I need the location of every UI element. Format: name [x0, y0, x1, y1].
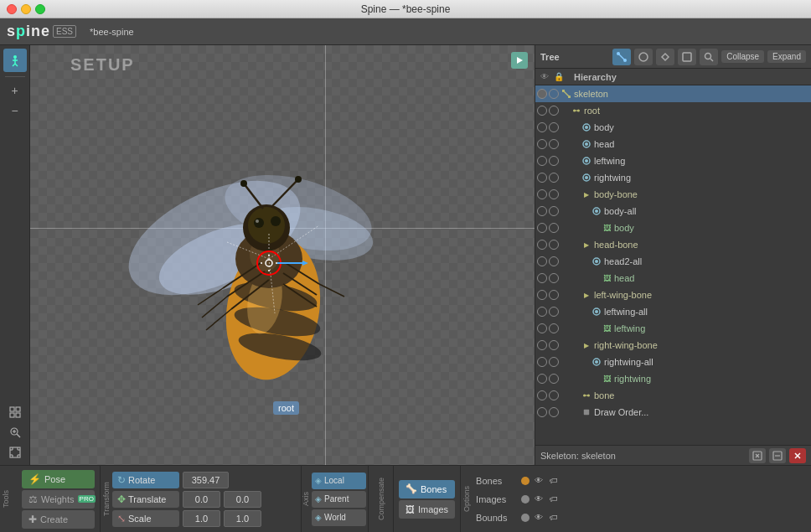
tree-row[interactable]: bone	[535, 387, 811, 404]
bones-dot[interactable]	[521, 477, 529, 485]
lock-dot[interactable]	[549, 89, 560, 99]
tree-row[interactable]: body	[535, 119, 811, 136]
vis-dot[interactable]	[537, 139, 549, 149]
play-button[interactable]	[511, 52, 528, 69]
ik-view-icon[interactable]	[634, 49, 653, 65]
maximize-button[interactable]	[35, 4, 45, 14]
vis-dot[interactable]	[537, 206, 549, 216]
lock-dot[interactable]	[549, 407, 560, 417]
lock-dot[interactable]	[549, 189, 560, 199]
lock-dot[interactable]	[549, 390, 560, 400]
collapse-button[interactable]: Collapse	[721, 50, 764, 63]
tree-row[interactable]: rightwing	[535, 169, 811, 186]
zoom-in-button[interactable]: +	[6, 81, 24, 100]
lock-dot[interactable]	[549, 206, 560, 216]
lock-dot[interactable]	[549, 256, 560, 266]
tree-row[interactable]: head	[535, 136, 811, 152]
scale-x-input[interactable]	[183, 510, 220, 527]
lock-dot[interactable]	[549, 122, 560, 132]
vis-dot[interactable]	[537, 223, 549, 233]
frame-button[interactable]	[6, 443, 24, 462]
bones-view-icon[interactable]	[612, 49, 631, 65]
zoom-out-button[interactable]: −	[6, 101, 24, 120]
parent-button[interactable]: ◈ Parent	[312, 491, 366, 508]
vis-dot[interactable]	[537, 106, 549, 116]
vis-dot[interactable]	[537, 256, 549, 266]
bounds-tag-icon[interactable]: 🏷	[548, 512, 560, 524]
lock-dot[interactable]	[549, 139, 560, 149]
tree-row[interactable]: Draw Order...	[535, 404, 811, 421]
translate-button[interactable]: ✥ Translate	[112, 491, 179, 508]
lock-dot[interactable]	[549, 340, 560, 350]
tree-row[interactable]: body-all	[535, 203, 811, 220]
tree-row[interactable]: 🖼 rightwing	[535, 370, 811, 387]
rotate-button[interactable]: ↻ Rotate	[112, 472, 179, 488]
bounds-eye-icon[interactable]: 👁	[533, 512, 545, 524]
lock-dot[interactable]	[549, 323, 560, 333]
vis-dot[interactable]	[537, 173, 549, 183]
fit-button[interactable]	[6, 403, 24, 421]
bounds-dot[interactable]	[521, 514, 529, 522]
vis-dot[interactable]	[537, 307, 549, 317]
vis-dot[interactable]	[537, 390, 549, 400]
images-tag-icon[interactable]: 🏷	[548, 493, 560, 505]
vis-dot[interactable]	[537, 122, 549, 132]
vis-dot[interactable]	[537, 407, 549, 417]
tree-row[interactable]: ▶ body-bone	[535, 186, 811, 203]
vis-dot[interactable]	[537, 340, 549, 350]
translate-y-input[interactable]	[224, 491, 261, 508]
lock-dot[interactable]	[549, 374, 560, 384]
tree-row[interactable]: root	[535, 102, 811, 119]
minimize-button[interactable]	[21, 4, 31, 14]
vis-dot[interactable]	[537, 357, 549, 367]
status-delete-btn[interactable]	[789, 448, 806, 463]
lock-dot[interactable]	[549, 173, 560, 183]
tree-row[interactable]: 🖼 leftwing	[535, 320, 811, 337]
scale-y-input[interactable]	[224, 510, 261, 527]
lock-dot[interactable]	[549, 106, 560, 116]
weights-button[interactable]: ⚖ Weights PRO	[22, 490, 95, 509]
create-button[interactable]: ✚ Create	[22, 510, 95, 529]
images-view-button[interactable]: 🖼 Images	[399, 500, 455, 519]
bones-tag-icon[interactable]: 🏷	[548, 475, 560, 487]
zoom-reset-button[interactable]	[6, 423, 24, 442]
scale-button[interactable]: ⤡ Scale	[112, 510, 179, 527]
vis-dot[interactable]	[537, 156, 549, 166]
images-eye-icon[interactable]: 👁	[533, 493, 545, 505]
images-dot[interactable]	[521, 495, 529, 504]
expand-button[interactable]: Expand	[767, 50, 806, 63]
status-icon-1[interactable]	[749, 448, 766, 463]
vis-dot[interactable]	[537, 189, 549, 199]
pose-button[interactable]: ⚡ Pose	[22, 470, 95, 488]
vis-dot[interactable]	[537, 290, 549, 300]
lock-dot[interactable]	[549, 240, 560, 250]
vis-dot[interactable]	[537, 323, 549, 333]
tree-row[interactable]: 🖼 body	[535, 220, 811, 236]
search-icon[interactable]	[700, 49, 718, 65]
close-button[interactable]	[7, 4, 17, 14]
vis-dot[interactable]	[537, 273, 549, 283]
tree-row[interactable]: leftwing-all	[535, 303, 811, 320]
viewport[interactable]: SETUP	[30, 45, 535, 465]
lock-dot[interactable]	[549, 273, 560, 283]
pose-tool-icon[interactable]	[3, 49, 27, 72]
lock-dot[interactable]	[549, 307, 560, 317]
tree-row[interactable]: skeleton	[535, 85, 811, 102]
tree-row[interactable]: leftwing	[535, 152, 811, 169]
bones-view-button[interactable]: 🦴 Bones	[399, 480, 455, 498]
vis-dot[interactable]	[537, 374, 549, 384]
tree-content[interactable]: skeleton root body	[535, 85, 811, 445]
lock-dot[interactable]	[549, 290, 560, 300]
tree-row[interactable]: rightwing-all	[535, 354, 811, 370]
tree-row[interactable]: head2-all	[535, 253, 811, 270]
rotate-value-input[interactable]	[183, 472, 229, 488]
world-button[interactable]: ◈ World	[312, 509, 366, 526]
tree-row[interactable]: 🖼 head	[535, 270, 811, 287]
status-icon-2[interactable]	[769, 448, 786, 463]
slots-view-icon[interactable]	[678, 49, 696, 65]
local-button[interactable]: ◈ Local	[312, 473, 366, 489]
tree-row[interactable]: ▶ left-wing-bone	[535, 287, 811, 303]
vis-dot[interactable]	[537, 240, 549, 250]
lock-dot[interactable]	[549, 357, 560, 367]
vis-dot[interactable]	[537, 89, 549, 99]
